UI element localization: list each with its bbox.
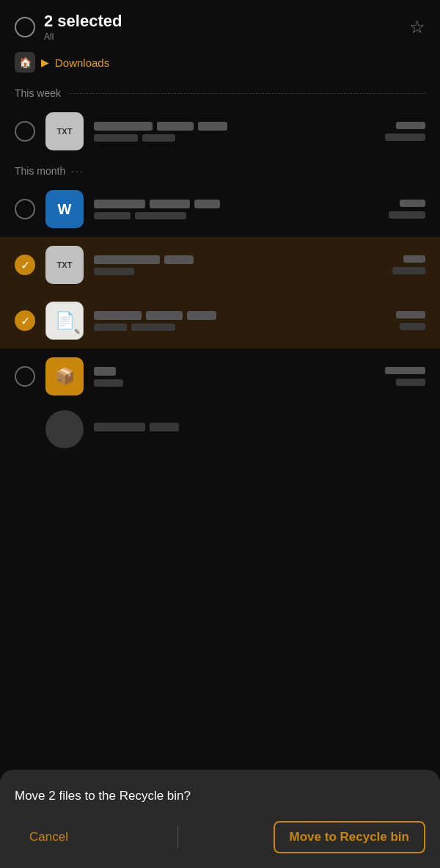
file-meta-blocks-2 xyxy=(94,212,378,219)
file-name-block xyxy=(157,122,194,131)
dialog-action-divider xyxy=(177,826,178,848)
file-meta-block xyxy=(131,324,175,331)
section-more-dots: ··· xyxy=(71,165,84,177)
select-all-label: All xyxy=(44,32,122,42)
file-name-block xyxy=(94,200,145,208)
file-meta-blocks-4 xyxy=(94,324,386,331)
file-row-3[interactable]: ✓ TXT xyxy=(0,237,440,293)
section-this-month: This month ··· xyxy=(0,159,440,181)
file-name-blocks-3 xyxy=(94,255,382,264)
file-name-block xyxy=(187,311,216,320)
file-checkbox-5[interactable] xyxy=(15,366,35,387)
breadcrumb: 🏠 ▶ Downloads xyxy=(0,48,440,81)
file-meta-block xyxy=(94,379,123,387)
header: 2 selected All ☆ xyxy=(0,0,440,48)
file-name-blocks-5 xyxy=(94,367,375,376)
file-row-4[interactable]: ✓ 📄 ✎ xyxy=(0,293,440,349)
partial-block xyxy=(150,423,179,431)
select-all-checkbox[interactable] xyxy=(15,17,35,37)
file-size-block xyxy=(403,255,425,263)
file-right-4 xyxy=(396,311,425,330)
file-name-block xyxy=(198,122,227,131)
dialog-actions: Cancel Move to Recycle bin xyxy=(15,821,425,853)
file-date-block xyxy=(385,134,425,141)
file-size-block xyxy=(396,122,425,129)
section-divider xyxy=(70,93,425,94)
file-name-block xyxy=(194,200,220,208)
file-meta-block xyxy=(94,268,134,275)
file-checkbox-2[interactable] xyxy=(15,199,35,219)
file-right-5 xyxy=(385,367,425,386)
header-info: 2 selected All xyxy=(44,12,122,42)
file-meta-block xyxy=(135,212,186,219)
file-checkbox-1[interactable] xyxy=(15,121,35,142)
file-date-block xyxy=(392,267,425,274)
file-size-block xyxy=(385,367,425,374)
breadcrumb-path[interactable]: Downloads xyxy=(55,56,109,69)
file-info-2 xyxy=(94,200,378,219)
file-name-block xyxy=(94,311,142,320)
star-icon[interactable]: ☆ xyxy=(409,17,425,37)
file-row-1[interactable]: TXT xyxy=(0,103,440,159)
partial-file-icon xyxy=(45,410,84,448)
file-row-2[interactable]: W xyxy=(0,181,440,237)
file-size-block xyxy=(400,200,425,207)
file-checkbox-3[interactable]: ✓ xyxy=(15,255,35,275)
file-meta-block xyxy=(94,212,131,219)
file-name-blocks-2 xyxy=(94,200,378,208)
file-name-block xyxy=(94,367,116,376)
file-info-1 xyxy=(94,122,375,142)
partial-spacer xyxy=(15,419,35,440)
header-left: 2 selected All xyxy=(15,12,122,42)
partial-file-info xyxy=(94,423,425,436)
file-info-5 xyxy=(94,367,375,387)
section-this-week: This week xyxy=(0,81,440,103)
recycle-bin-dialog: Move 2 files to the Recycle bin? Cancel … xyxy=(0,770,440,868)
section-this-week-title: This week xyxy=(15,87,61,99)
file-info-3 xyxy=(94,255,382,275)
file-meta-block xyxy=(94,324,127,331)
file-row-5[interactable]: 📦 xyxy=(0,349,440,404)
file-meta-block xyxy=(142,134,175,142)
file-name-blocks-1 xyxy=(94,122,375,131)
file-right-3 xyxy=(392,255,425,274)
partial-file-row xyxy=(0,404,440,454)
file-date-block xyxy=(389,211,425,219)
file-icon-txt-1: TXT xyxy=(45,112,84,150)
file-name-block xyxy=(164,255,194,264)
file-checkbox-4[interactable]: ✓ xyxy=(15,310,35,331)
dialog-message: Move 2 files to the Recycle bin? xyxy=(15,787,425,805)
file-name-block xyxy=(146,311,183,320)
file-info-4 xyxy=(94,311,386,331)
file-meta-blocks-3 xyxy=(94,268,382,275)
file-icon-zip: 📦 xyxy=(45,357,84,395)
file-name-blocks-4 xyxy=(94,311,386,320)
file-date-block xyxy=(396,379,425,386)
dialog-cancel-button[interactable]: Cancel xyxy=(15,823,83,852)
file-icon-doc: 📄 ✎ xyxy=(45,302,84,340)
file-icon-word: W xyxy=(45,190,84,228)
file-date-block xyxy=(400,323,425,330)
dialog-confirm-button[interactable]: Move to Recycle bin xyxy=(274,821,425,853)
file-meta-blocks-5 xyxy=(94,379,375,387)
breadcrumb-arrow: ▶ xyxy=(41,56,49,68)
file-name-block xyxy=(94,122,153,131)
file-name-block xyxy=(150,200,190,208)
file-meta-blocks-1 xyxy=(94,134,375,142)
file-meta-block xyxy=(94,134,138,142)
home-icon[interactable]: 🏠 xyxy=(15,52,35,73)
file-size-block xyxy=(396,311,425,318)
file-right-2 xyxy=(389,200,425,219)
partial-block xyxy=(94,423,145,431)
section-this-month-title: This month xyxy=(15,165,65,177)
file-right-1 xyxy=(385,122,425,141)
file-name-block xyxy=(94,255,160,264)
file-icon-txt-2: TXT xyxy=(45,246,84,284)
selected-count-label: 2 selected xyxy=(44,12,122,31)
